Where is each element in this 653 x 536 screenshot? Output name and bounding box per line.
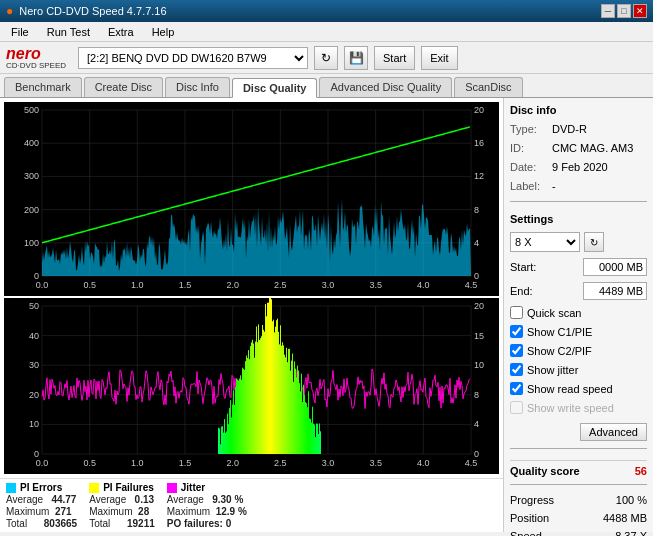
divider1	[510, 201, 647, 202]
show-read-speed-row: Show read speed	[510, 382, 647, 395]
maximize-button[interactable]: □	[617, 4, 631, 18]
exit-button[interactable]: Exit	[421, 46, 457, 70]
jitter-color	[167, 483, 177, 493]
legend-pi-errors-total: Total 803665	[6, 518, 77, 529]
divider3	[510, 484, 647, 485]
tab-benchmark[interactable]: Benchmark	[4, 77, 82, 97]
end-label: End:	[510, 285, 533, 297]
tab-advanced-disc-quality[interactable]: Advanced Disc Quality	[319, 77, 452, 97]
show-jitter-checkbox[interactable]	[510, 363, 523, 376]
menu-bar: File Run Test Extra Help	[0, 22, 653, 42]
settings-refresh-button[interactable]: ↻	[584, 232, 604, 252]
position-label: Position	[510, 512, 549, 524]
legend-pi-failures-avg: Average 0.13	[89, 494, 155, 505]
legend-pi-errors-avg: Average 44.77	[6, 494, 77, 505]
speed-value: 8.37 X	[615, 530, 647, 536]
legend-jitter-max: Maximum 12.9 %	[167, 506, 247, 517]
chart2-canvas	[4, 298, 499, 474]
title-bar-left: ● Nero CD-DVD Speed 4.7.7.16	[6, 4, 167, 18]
disc-date-row: Date: 9 Feb 2020	[510, 160, 647, 175]
legend-jitter-avg: Average 9.30 %	[167, 494, 247, 505]
id-label: ID:	[510, 141, 548, 156]
date-label: Date:	[510, 160, 548, 175]
show-jitter-label: Show jitter	[527, 364, 578, 376]
settings-title: Settings	[510, 213, 647, 225]
pi-failures-color	[89, 483, 99, 493]
chart1-canvas	[4, 102, 499, 296]
legend-pi-failures: PI Failures Average 0.13 Maximum 28 Tota…	[89, 482, 155, 529]
tab-scan-disc[interactable]: ScanDisc	[454, 77, 522, 97]
type-value: DVD-R	[552, 122, 587, 137]
show-read-speed-label: Show read speed	[527, 383, 613, 395]
legend-jitter: Jitter Average 9.30 % Maximum 12.9 % PO …	[167, 482, 247, 529]
start-button[interactable]: Start	[374, 46, 415, 70]
tab-disc-info[interactable]: Disc Info	[165, 77, 230, 97]
menu-run-test[interactable]: Run Test	[44, 25, 93, 39]
legend-pi-errors-max: Maximum 271	[6, 506, 77, 517]
close-button[interactable]: ✕	[633, 4, 647, 18]
legend-jitter-po: PO failures: 0	[167, 518, 247, 529]
id-value: CMC MAG. AM3	[552, 141, 633, 156]
show-jitter-row: Show jitter	[510, 363, 647, 376]
date-value: 9 Feb 2020	[552, 160, 608, 175]
show-read-speed-checkbox[interactable]	[510, 382, 523, 395]
divider2	[510, 448, 647, 449]
quality-score-value: 56	[635, 465, 647, 477]
legend-pi-failures-title: PI Failures	[89, 482, 155, 493]
start-mb-row: Start:	[510, 258, 647, 276]
disc-info-title: Disc info	[510, 104, 647, 116]
start-label: Start:	[510, 261, 536, 273]
chart1-container	[4, 102, 499, 296]
pi-errors-color	[6, 483, 16, 493]
show-c1-checkbox[interactable]	[510, 325, 523, 338]
sidebar: Disc info Type: DVD-R ID: CMC MAG. AM3 D…	[503, 98, 653, 532]
menu-extra[interactable]: Extra	[105, 25, 137, 39]
progress-row: Progress 100 %	[510, 494, 647, 506]
end-mb-input[interactable]	[583, 282, 647, 300]
charts-area	[0, 98, 503, 478]
show-c1-row: Show C1/PIE	[510, 325, 647, 338]
show-c2-label: Show C2/PIF	[527, 345, 592, 357]
tab-disc-quality[interactable]: Disc Quality	[232, 78, 318, 98]
quick-scan-label: Quick scan	[527, 307, 581, 319]
legend-pi-errors: PI Errors Average 44.77 Maximum 271 Tota…	[6, 482, 77, 529]
show-write-speed-checkbox[interactable]	[510, 401, 523, 414]
save-button[interactable]: 💾	[344, 46, 368, 70]
legend-pi-failures-label: PI Failures	[103, 482, 154, 493]
logo-sub: CD·DVD SPEED	[6, 61, 66, 70]
chart2-container	[4, 298, 499, 474]
legend-pi-errors-label: PI Errors	[20, 482, 62, 493]
quick-scan-row: Quick scan	[510, 306, 647, 319]
tab-create-disc[interactable]: Create Disc	[84, 77, 163, 97]
speed-label: Speed	[510, 530, 542, 536]
disc-type-row: Type: DVD-R	[510, 122, 647, 137]
speed-settings-row: 8 X ↻	[510, 232, 647, 252]
legend-pi-failures-max: Maximum 28	[89, 506, 155, 517]
drive-selector[interactable]: [2:2] BENQ DVD DD DW1620 B7W9	[78, 47, 308, 69]
minimize-button[interactable]: ─	[601, 4, 615, 18]
menu-help[interactable]: Help	[149, 25, 178, 39]
toolbar: nero CD·DVD SPEED [2:2] BENQ DVD DD DW16…	[0, 42, 653, 74]
disc-label-row: Label: -	[510, 179, 647, 194]
legend-area: PI Errors Average 44.77 Maximum 271 Tota…	[0, 478, 503, 532]
advanced-button[interactable]: Advanced	[580, 423, 647, 441]
quick-scan-checkbox[interactable]	[510, 306, 523, 319]
legend-pi-failures-total: Total 19211	[89, 518, 155, 529]
show-write-speed-label: Show write speed	[527, 402, 614, 414]
show-c2-checkbox[interactable]	[510, 344, 523, 357]
quality-score-label: Quality score	[510, 465, 580, 477]
end-mb-row: End:	[510, 282, 647, 300]
position-value: 4488 MB	[603, 512, 647, 524]
menu-file[interactable]: File	[8, 25, 32, 39]
progress-label: Progress	[510, 494, 554, 506]
show-c2-row: Show C2/PIF	[510, 344, 647, 357]
main-content: PI Errors Average 44.77 Maximum 271 Tota…	[0, 98, 653, 532]
progress-value: 100 %	[616, 494, 647, 506]
quality-score-row: Quality score 56	[510, 460, 647, 477]
label-value: -	[552, 179, 556, 194]
start-mb-input[interactable]	[583, 258, 647, 276]
logo: nero CD·DVD SPEED	[6, 45, 66, 70]
title-bar: ● Nero CD-DVD Speed 4.7.7.16 ─ □ ✕	[0, 0, 653, 22]
refresh-button[interactable]: ↻	[314, 46, 338, 70]
speed-selector[interactable]: 8 X	[510, 232, 580, 252]
